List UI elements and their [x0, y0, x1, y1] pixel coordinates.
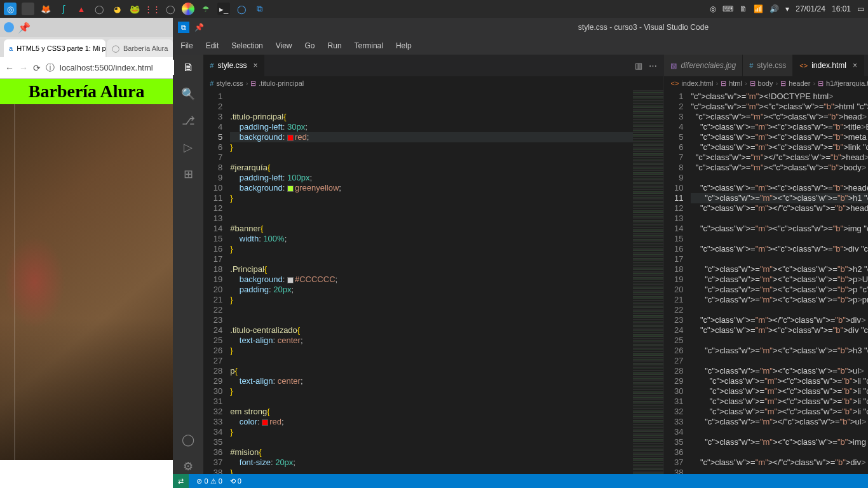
- run-debug-icon[interactable]: ▷: [180, 140, 196, 155]
- tab-diferenciales-jpg[interactable]: ▧ diferenciales.jpg: [664, 55, 743, 76]
- menu-edit[interactable]: Edit: [201, 40, 224, 51]
- date: 27/01/24: [796, 4, 825, 13]
- breadcrumb[interactable]: # style.css › ⊟ .titulo-principal: [203, 76, 663, 90]
- menu-icon[interactable]: ▾: [785, 4, 789, 13]
- forward-icon[interactable]: →: [19, 63, 28, 73]
- tab-style-css[interactable]: # style.css: [743, 55, 793, 76]
- app-icon[interactable]: ☂: [200, 3, 212, 15]
- site-info-icon[interactable]: ⓘ: [46, 62, 55, 74]
- browser-titlebar: 📌: [0, 18, 173, 37]
- image-file-icon: ▧: [670, 62, 677, 70]
- tab-title: style.css: [217, 61, 247, 70]
- tray-icon[interactable]: 🗎: [740, 4, 747, 13]
- activity-bar: 🗎 🔍 ⎇ ▷ ⊞ ◯ ⚙: [173, 55, 203, 474]
- tab-style-css[interactable]: # style.css ×: [203, 55, 264, 76]
- close-icon[interactable]: ×: [853, 61, 857, 70]
- volume-icon[interactable]: 🔊: [770, 4, 779, 13]
- menu-go[interactable]: Go: [300, 40, 320, 51]
- css-file-icon: #: [749, 62, 753, 69]
- tab-title: Barbería Alura: [123, 44, 168, 52]
- menubar: File Edit Selection View Go Run Terminal…: [173, 37, 868, 55]
- browser-tab[interactable]: ◯ Barbería Alura: [107, 39, 173, 57]
- tab-title: diferenciales.jpg: [681, 61, 736, 70]
- extensions-icon[interactable]: ⊞: [180, 166, 196, 182]
- menu-terminal[interactable]: Terminal: [349, 40, 388, 51]
- vscode-icon[interactable]: ⧉: [253, 3, 266, 15]
- vscode-window: ⧉ 📌 style.css - curso3 - Visual Studio C…: [173, 18, 868, 488]
- address-bar[interactable]: localhost:5500/index.html: [60, 63, 153, 72]
- breadcrumb[interactable]: <> index.html ›⊟ html ›⊟ body ›⊟ header …: [664, 76, 868, 90]
- account-icon[interactable]: ◯: [180, 432, 196, 447]
- code-editor-css[interactable]: 1234567891011121314151617181920212223242…: [203, 90, 663, 474]
- tray-icon[interactable]: ▭: [857, 4, 864, 13]
- app-icon[interactable]: ◯: [93, 3, 105, 15]
- app-icon[interactable]: 🐸: [128, 3, 141, 15]
- tab-bar: ▧ diferenciales.jpg # style.css <> index…: [664, 55, 868, 76]
- status-bar: ⇄ ⊘ 0 ⚠ 0 ⟲ 0 Ln 5, Col 21 Spaces: 4 UTF…: [173, 474, 868, 488]
- html-file-icon: <>: [799, 62, 808, 69]
- settings-icon[interactable]: ⚙: [180, 459, 196, 474]
- editor-group-right: ▧ diferenciales.jpg # style.css <> index…: [664, 55, 868, 474]
- app-icon[interactable]: ◎: [4, 3, 17, 15]
- menu-run[interactable]: Run: [323, 40, 347, 51]
- tab-index-html[interactable]: <> index.html ×: [793, 55, 864, 76]
- keyboard-icon[interactable]: ⌨: [722, 4, 733, 13]
- tray-icon[interactable]: ◎: [710, 4, 716, 13]
- menu-view[interactable]: View: [271, 40, 297, 51]
- taskbar-apps: ◎ 🦊 ʃ ▲ ◯ ◕ 🐸 ⋮⋮ ◯ ☂ ▸_ ◯ ⧉: [4, 3, 266, 15]
- browser-viewport: Barbería Alura: [0, 79, 173, 488]
- window-title: style.css - curso3 - Visual Studio Code: [212, 23, 868, 32]
- remote-indicator[interactable]: ⇄: [173, 474, 189, 488]
- tab-title: index.html: [811, 61, 846, 70]
- pin-icon[interactable]: 📌: [18, 22, 31, 34]
- tab-title: style.css: [757, 61, 786, 70]
- split-editor-icon[interactable]: ▥: [635, 61, 642, 71]
- back-icon[interactable]: ←: [5, 63, 14, 73]
- terminal-icon[interactable]: ▸_: [217, 3, 230, 15]
- app-icon[interactable]: ʃ: [57, 3, 70, 15]
- app-icon[interactable]: ▲: [75, 3, 88, 15]
- radio-icon[interactable]: ⟲ 0: [230, 477, 241, 485]
- favicon-icon: a: [9, 44, 13, 52]
- os-taskbar: ◎ 🦊 ʃ ▲ ◯ ◕ 🐸 ⋮⋮ ◯ ☂ ▸_ ◯ ⧉ ◎ ⌨ 🗎 📶 🔊 ▾ …: [0, 0, 868, 18]
- tab-title: HTML5 y CSS3 parte 1: Mi pr: [17, 44, 105, 52]
- browser-tabs: a HTML5 y CSS3 parte 1: Mi pr × ◯ Barber…: [0, 37, 173, 57]
- page-banner-image: [0, 104, 173, 460]
- favicon-icon: ◯: [112, 44, 119, 53]
- chromium-icon: [4, 22, 14, 32]
- search-icon[interactable]: 🔍: [180, 86, 196, 102]
- source-control-icon[interactable]: ⎇: [180, 113, 196, 128]
- chromium-icon[interactable]: ◯: [235, 3, 248, 15]
- browser-tab[interactable]: a HTML5 y CSS3 parte 1: Mi pr ×: [4, 39, 105, 57]
- app-icon[interactable]: ◯: [164, 3, 177, 15]
- close-icon[interactable]: ×: [253, 61, 257, 70]
- app-icon[interactable]: [22, 3, 34, 15]
- menu-help[interactable]: Help: [391, 40, 417, 51]
- wifi-icon[interactable]: 📶: [754, 4, 763, 13]
- minimap[interactable]: [633, 90, 663, 474]
- time: 16:01: [832, 4, 851, 13]
- code-editor-html[interactable]: 1234567891011121314151617181920212223242…: [664, 90, 868, 474]
- browser-toolbar: ← → ⟳ ⓘ localhost:5500/index.html: [0, 57, 173, 79]
- css-file-icon: #: [210, 62, 214, 69]
- app-icon[interactable]: ◕: [111, 3, 123, 15]
- browser-window: 📌 a HTML5 y CSS3 parte 1: Mi pr × ◯ Barb…: [0, 18, 173, 488]
- app-icon[interactable]: ⋮⋮: [146, 3, 159, 15]
- errors-count[interactable]: ⊘ 0 ⚠ 0: [196, 477, 222, 485]
- page-title: Barbería Alura: [0, 79, 173, 104]
- taskbar-tray: ◎ ⌨ 🗎 📶 🔊 ▾ 27/01/24 16:01 ▭: [710, 4, 864, 13]
- editor-group-left: # style.css × ▥ ⋯ # style.css › ⊟: [203, 55, 664, 474]
- vscode-titlebar: ⧉ 📌 style.css - curso3 - Visual Studio C…: [173, 18, 868, 37]
- explorer-icon[interactable]: 🗎: [173, 60, 203, 75]
- menu-selection[interactable]: Selection: [226, 40, 268, 51]
- vscode-logo-icon: ⧉: [178, 22, 189, 33]
- reload-icon[interactable]: ⟳: [33, 63, 41, 73]
- app-icon[interactable]: [182, 3, 194, 15]
- more-icon[interactable]: ⋯: [649, 61, 657, 71]
- app-icon[interactable]: 🦊: [39, 3, 52, 15]
- menu-file[interactable]: File: [175, 40, 198, 51]
- pin-icon[interactable]: 📌: [194, 23, 204, 32]
- tab-bar: # style.css × ▥ ⋯: [203, 55, 663, 76]
